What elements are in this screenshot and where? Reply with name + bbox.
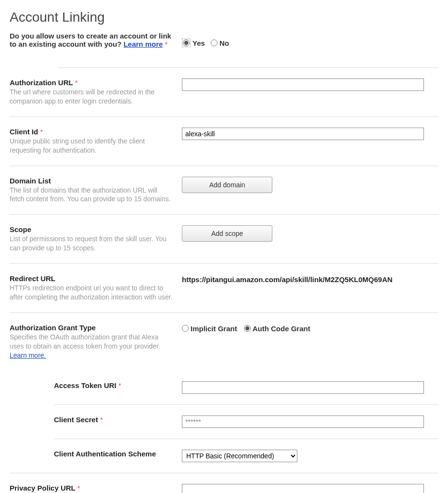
authorization-url-label: Authorization URL * bbox=[10, 78, 173, 87]
allow-account-linking-radios: Yes No bbox=[182, 32, 232, 47]
grant-type-desc: Specifies the OAuth authorization grant … bbox=[10, 333, 173, 360]
grant-type-learn-more-link[interactable]: Learn more. bbox=[10, 351, 46, 359]
access-token-uri-label: Access Token URI * bbox=[54, 381, 173, 389]
allow-no-radio[interactable] bbox=[211, 39, 218, 46]
redirect-url-desc: HTTPs redirection endpoint uri you want … bbox=[10, 284, 173, 302]
allow-yes-option[interactable]: Yes bbox=[182, 39, 205, 47]
client-secret-input[interactable] bbox=[182, 415, 424, 428]
privacy-policy-url-input[interactable] bbox=[182, 484, 424, 493]
scope-desc: List of permissions to request from the … bbox=[10, 234, 173, 253]
add-scope-button[interactable]: Add scope bbox=[182, 225, 272, 242]
auth-code-grant-option[interactable]: Auth Code Grant bbox=[244, 324, 310, 333]
authorization-url-input[interactable] bbox=[182, 78, 424, 91]
grant-type-radios: Implicit Grant Auth Code Grant bbox=[182, 324, 424, 333]
domain-list-label: Domain List bbox=[10, 177, 173, 185]
client-auth-scheme-select[interactable]: HTTP Basic (Recommended) bbox=[182, 450, 297, 462]
add-domain-button[interactable]: Add domain bbox=[182, 177, 272, 193]
implicit-grant-option[interactable]: Implicit Grant bbox=[182, 324, 237, 333]
allow-no-option[interactable]: No bbox=[211, 39, 229, 47]
client-id-input[interactable] bbox=[182, 128, 424, 140]
redirect-url-value: https://pitangui.amazon.com/api/skill/li… bbox=[182, 274, 424, 284]
redirect-url-label: Redirect URL bbox=[10, 274, 173, 283]
authorization-url-desc: The url where customers will be redirect… bbox=[10, 88, 173, 106]
allow-account-linking-question: Do you allow users to create an account … bbox=[10, 32, 182, 48]
implicit-grant-radio[interactable] bbox=[182, 325, 189, 332]
scope-label: Scope bbox=[10, 225, 173, 234]
domain-list-desc: The list of domains that the authorizati… bbox=[10, 186, 173, 204]
grant-type-label: Authorization Grant Type bbox=[10, 324, 173, 332]
client-id-desc: Unique public string used to identify th… bbox=[10, 137, 173, 155]
client-auth-scheme-label: Client Authentication Scheme bbox=[54, 450, 173, 458]
required-mark: * bbox=[165, 40, 168, 48]
page-title: Account Linking bbox=[10, 10, 438, 25]
auth-code-grant-radio[interactable] bbox=[244, 325, 251, 332]
learn-more-link[interactable]: Learn more bbox=[124, 40, 163, 48]
access-token-uri-input[interactable] bbox=[182, 381, 424, 394]
allow-yes-radio[interactable] bbox=[183, 39, 190, 46]
client-id-label: Client Id * bbox=[10, 128, 173, 136]
client-secret-label: Client Secret * bbox=[54, 415, 173, 424]
privacy-policy-url-label: Privacy Policy URL * bbox=[10, 484, 173, 492]
